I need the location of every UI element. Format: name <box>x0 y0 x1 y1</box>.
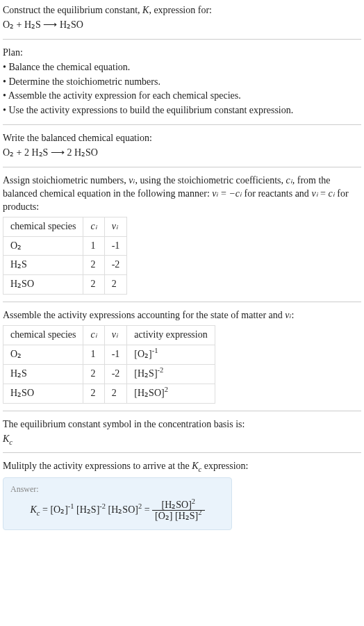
balanced-rhs: 2 H₂SO <box>67 147 98 158</box>
plan-item: • Assemble the activity expression for e… <box>3 90 361 103</box>
divider <box>3 452 361 453</box>
stoich-text-d: for reactants and <box>242 188 311 199</box>
cell-nui: 2 <box>104 275 127 295</box>
stoich-text-b: , using the stoichiometric coefficients, <box>135 175 286 186</box>
cell-ci: 2 <box>83 256 104 275</box>
divider <box>3 302 361 302</box>
activity-title-a: Assemble the activity expressions accoun… <box>3 310 285 320</box>
col-species: chemical species <box>3 217 83 236</box>
activity-title: Assemble the activity expressions accoun… <box>3 309 361 322</box>
col-nui: νᵢ <box>104 217 127 236</box>
plan: Plan: • Balance the chemical equation. •… <box>3 47 361 117</box>
fraction-numerator: [H₂SO]2 <box>152 500 204 510</box>
nu-i: νᵢ <box>285 310 291 320</box>
cell-species: H₂SO <box>3 384 83 403</box>
plan-item: • Determine the stoichiometric numbers. <box>3 76 361 89</box>
cell-ci: 2 <box>83 364 104 384</box>
eq2-l: νᵢ <box>311 188 317 199</box>
multiply-title: Mulitply the activity expressions to arr… <box>3 460 361 473</box>
cell-activity: [H₂S]-2 <box>127 364 215 384</box>
col-activity: activity expression <box>127 326 215 345</box>
col-nui: νᵢ <box>104 326 127 345</box>
divider <box>3 124 361 125</box>
fraction-denominator: [O₂] [H₂S]2 <box>152 510 204 521</box>
cell-species: H₂S <box>3 256 83 275</box>
cell-ci: 1 <box>83 345 104 365</box>
stoich-text: Assign stoichiometric numbers, νᵢ, using… <box>3 174 361 214</box>
table-row: H₂SO 2 2 <box>3 275 127 295</box>
intro-equation: O₂ + H₂S ⟶ H₂SO <box>3 19 361 32</box>
fraction: [H₂SO]2 [O₂] [H₂S]2 <box>152 500 204 522</box>
activity-table: chemical species cᵢ νᵢ activity expressi… <box>3 325 215 404</box>
col-species: chemical species <box>3 326 83 345</box>
cell-nui: -2 <box>104 256 127 275</box>
cell-activity: [O₂]-1 <box>127 345 215 365</box>
kc-symbol-title: The equilibrium constant symbol in the c… <box>3 418 361 431</box>
eq1-l: νᵢ <box>212 188 218 199</box>
table-row: H₂SO 2 2 [H₂SO]2 <box>3 384 215 403</box>
stoich-section: Assign stoichiometric numbers, νᵢ, using… <box>3 174 361 295</box>
cell-nui: -1 <box>104 236 127 256</box>
cell-species: O₂ <box>3 345 83 365</box>
multiply-title-b: expression: <box>201 461 248 471</box>
divider <box>3 167 361 167</box>
c-i: cᵢ <box>286 175 292 186</box>
cell-nui: -2 <box>104 364 127 384</box>
eq1-r: −cᵢ <box>229 188 242 199</box>
intro-rhs: H₂SO <box>60 19 83 30</box>
answer-equation: Kc = [O₂]-1 [H₂S]-2 [H₂SO]2 = [H₂SO]2 [O… <box>10 500 224 522</box>
arrow-icon: ⟶ <box>43 19 57 30</box>
kc-symbol-section: The equilibrium constant symbol in the c… <box>3 418 361 446</box>
table-header-row: chemical species cᵢ νᵢ activity expressi… <box>3 326 215 345</box>
cell-ci: 2 <box>83 384 104 403</box>
cell-ci: 1 <box>83 236 104 256</box>
col-ci: cᵢ <box>83 217 104 236</box>
col-ci: cᵢ <box>83 326 104 345</box>
stoich-table: chemical species cᵢ νᵢ O₂ 1 -1 H₂S 2 -2 … <box>3 217 127 295</box>
balanced: Write the balanced chemical equation: O₂… <box>3 132 361 160</box>
multiply-title-a: Mulitply the activity expressions to arr… <box>3 461 192 471</box>
plan-item: • Use the activity expressions to build … <box>3 104 361 117</box>
cell-nui: -1 <box>104 345 127 365</box>
cell-species: O₂ <box>3 236 83 256</box>
divider <box>3 39 361 40</box>
table-row: O₂ 1 -1 [O₂]-1 <box>3 345 215 365</box>
cell-activity: [H₂SO]2 <box>127 384 215 403</box>
answer-label: Answer: <box>10 484 224 495</box>
table-row: H₂S 2 -2 [H₂S]-2 <box>3 364 215 384</box>
intro-line1: Construct the equilibrium constant, K, e… <box>3 5 212 15</box>
stoich-text-a: Assign stoichiometric numbers, <box>3 175 129 186</box>
activity-title-b: : <box>292 310 295 320</box>
table-header-row: chemical species cᵢ νᵢ <box>3 217 127 236</box>
plan-item: • Balance the chemical equation. <box>3 61 361 74</box>
activity-section: Assemble the activity expressions accoun… <box>3 309 361 403</box>
cell-species: H₂SO <box>3 275 83 295</box>
kc-symbol: Kc <box>3 433 361 446</box>
balanced-title: Write the balanced chemical equation: <box>3 132 361 145</box>
intro-lhs: O₂ + H₂S <box>3 19 41 30</box>
table-row: O₂ 1 -1 <box>3 236 127 256</box>
table-row: H₂S 2 -2 <box>3 256 127 275</box>
answer-box: Answer: Kc = [O₂]-1 [H₂S]-2 [H₂SO]2 = [H… <box>3 477 232 530</box>
plan-title: Plan: <box>3 47 361 60</box>
cell-species: H₂S <box>3 364 83 384</box>
intro: Construct the equilibrium constant, K, e… <box>3 4 361 32</box>
balanced-lhs: O₂ + 2 H₂S <box>3 147 48 158</box>
eq2-r: cᵢ <box>329 188 335 199</box>
multiply-section: Mulitply the activity expressions to arr… <box>3 460 361 530</box>
cell-nui: 2 <box>104 384 127 403</box>
arrow-icon: ⟶ <box>51 147 65 158</box>
balanced-equation: O₂ + 2 H₂S ⟶ 2 H₂SO <box>3 147 361 160</box>
divider <box>3 411 361 411</box>
cell-ci: 2 <box>83 275 104 295</box>
